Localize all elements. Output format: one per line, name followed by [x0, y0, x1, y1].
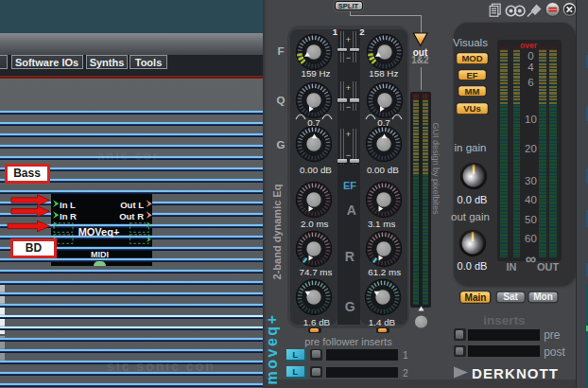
- svg-text:EF: EF: [466, 69, 477, 79]
- svg-text:MOD: MOD: [462, 53, 483, 63]
- svg-text:Sat: Sat: [503, 291, 518, 302]
- svg-text:VUs: VUs: [464, 103, 481, 114]
- svg-text:Main: Main: [465, 292, 487, 303]
- svg-text:MM: MM: [464, 85, 479, 96]
- svg-text:Mon: Mon: [533, 291, 553, 302]
